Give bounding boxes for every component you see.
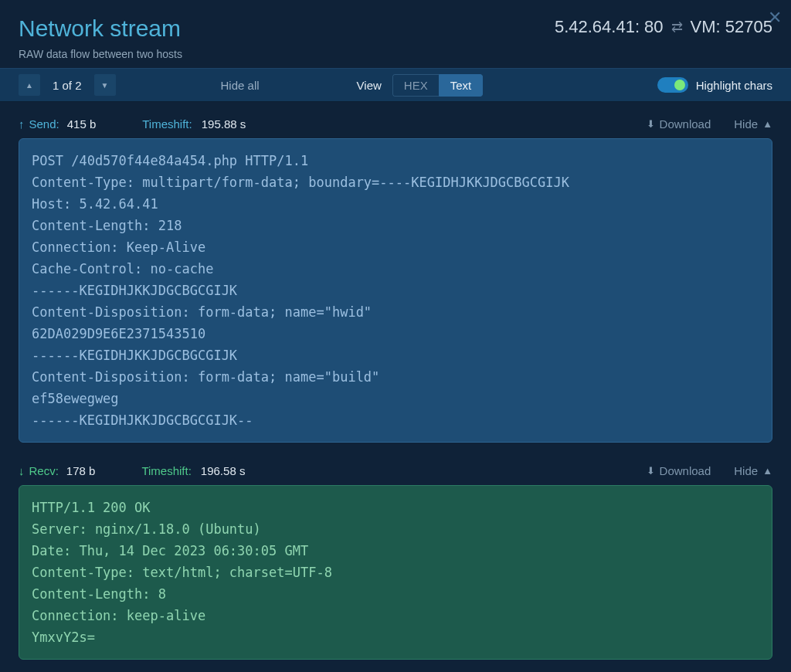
up-arrow-icon: ↑	[19, 117, 25, 131]
hide-all-button[interactable]: Hide all	[221, 79, 260, 92]
toggle-knob	[674, 80, 685, 90]
hide-label: Hide	[734, 117, 758, 131]
view-segment: View HEX Text	[357, 74, 484, 97]
content: ↑ Send: 415 b Timeshift: 195.88 s ⬇ Down…	[0, 102, 791, 660]
recv-section-head: ↓ Recv: 178 b Timeshift: 196.58 s ⬇ Down…	[19, 464, 772, 477]
view-label: View	[357, 79, 382, 92]
download-icon: ⬇	[647, 118, 655, 130]
pager-prev-button[interactable]: ▲	[19, 74, 40, 96]
down-arrow-icon: ↓	[19, 464, 25, 477]
recv-label: Recv:	[29, 464, 59, 477]
title-block: Network stream RAW data flow between two…	[19, 15, 182, 60]
send-timeshift-label: Timeshift:	[142, 117, 192, 131]
recv-download-button[interactable]: ⬇ Download	[647, 464, 711, 477]
hide-label: Hide	[734, 464, 758, 477]
connection-left: 5.42.64.41: 80	[555, 17, 664, 37]
recv-size: 178 b	[66, 464, 96, 477]
chevron-up-icon: ▲	[762, 465, 772, 477]
connection-right: VM: 52705	[691, 17, 772, 37]
send-timeshift: 195.88 s	[202, 117, 246, 131]
chevron-up-icon: ▲	[762, 118, 772, 130]
page-subtitle: RAW data flow between two hosts	[19, 48, 182, 60]
highlight-control: Highlight chars	[657, 77, 772, 93]
recv-actions: ⬇ Download Hide ▲	[647, 464, 772, 477]
send-body[interactable]: POST /40d570f44e84a454.php HTTP/1.1 Cont…	[19, 138, 772, 443]
pager: ▲ 1 of 2 ▼	[19, 74, 116, 96]
recv-hide-button[interactable]: Hide ▲	[734, 464, 772, 477]
close-icon[interactable]: ✕	[768, 8, 782, 28]
send-actions: ⬇ Download Hide ▲	[647, 117, 772, 131]
send-hide-button[interactable]: Hide ▲	[734, 117, 772, 131]
view-mode-switch: HEX Text	[392, 74, 483, 97]
highlight-toggle[interactable]	[657, 77, 688, 93]
send-label: Send:	[29, 117, 59, 131]
connection-info: 5.42.64.41: 80 ⇄ VM: 52705	[555, 17, 772, 37]
view-hex-button[interactable]: HEX	[392, 74, 439, 97]
download-icon: ⬇	[647, 465, 655, 477]
swap-icon: ⇄	[671, 19, 683, 36]
recv-timeshift-label: Timeshift:	[141, 464, 191, 477]
pager-next-button[interactable]: ▼	[94, 74, 116, 96]
recv-section: ↓ Recv: 178 b Timeshift: 196.58 s ⬇ Down…	[19, 464, 772, 660]
send-section: ↑ Send: 415 b Timeshift: 195.88 s ⬇ Down…	[19, 117, 772, 443]
recv-body[interactable]: HTTP/1.1 200 OK Server: nginx/1.18.0 (Ub…	[19, 485, 772, 660]
send-section-head: ↑ Send: 415 b Timeshift: 195.88 s ⬇ Down…	[19, 117, 772, 131]
toolbar: ▲ 1 of 2 ▼ Hide all View HEX Text Highli…	[0, 68, 791, 102]
header: Network stream RAW data flow between two…	[0, 0, 791, 68]
download-label: Download	[660, 117, 711, 131]
page-title: Network stream	[19, 15, 182, 42]
highlight-label: Highlight chars	[696, 79, 772, 92]
view-text-button[interactable]: Text	[439, 74, 484, 97]
send-size: 415 b	[67, 117, 97, 131]
download-label: Download	[660, 464, 711, 477]
recv-timeshift: 196.58 s	[201, 464, 246, 477]
pager-text: 1 of 2	[48, 79, 87, 92]
send-download-button[interactable]: ⬇ Download	[647, 117, 711, 131]
